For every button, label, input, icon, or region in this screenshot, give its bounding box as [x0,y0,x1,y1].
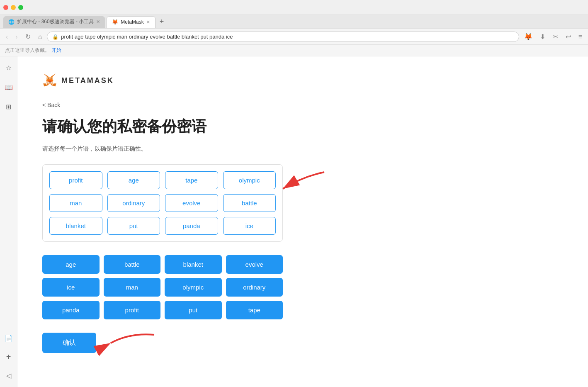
tab-mm-close[interactable]: ✕ [146,19,150,25]
selected-word-2[interactable]: age [107,171,160,189]
main-content: 🦊 METAMASK < Back 请确认您的私密备份密语 请选择每一个片语，以… [17,56,588,387]
metamask-header: 🦊 METAMASK [42,73,563,88]
bookmark-bar-text: 点击这里导入收藏。 [5,47,50,54]
tab-ext-label: 扩展中心 - 360极速浏览器 - 小工具 [17,18,94,25]
selected-word-3[interactable]: tape [165,171,218,189]
titlebar [0,0,588,15]
word-btn-evolve[interactable]: evolve [226,255,283,274]
home-button[interactable]: ⌂ [36,32,45,42]
tab-mm[interactable]: 🦊 MetaMask ✕ [107,16,155,28]
svg-marker-7 [51,84,52,86]
metamask-logo: 🦊 [42,73,57,88]
word-btn-put[interactable]: put [165,301,222,319]
word-btn-blanket[interactable]: blanket [165,255,222,274]
download-button[interactable]: ⬇ [537,31,548,42]
selected-word-1[interactable]: profit [49,171,102,189]
selected-word-6[interactable]: ordinary [107,194,160,212]
word-btn-olympic[interactable]: olympic [165,278,222,297]
word-pool-grid: age battle blanket evolve ice man olympi… [42,255,283,319]
arrow-down-indicator [104,329,158,353]
sidebar: ☆ 📖 ⊞ 📄 + ◁ [0,56,17,387]
layout: ☆ 📖 ⊞ 📄 + ◁ 🦊 METAMASK [0,56,588,387]
minimize-button[interactable] [11,5,16,10]
tab-bar: 🌐 扩展中心 - 360极速浏览器 - 小工具 ✕ 🦊 MetaMask ✕ + [0,15,588,29]
sidebar-add-icon[interactable]: + [4,350,14,364]
svg-text:🦊: 🦊 [47,78,53,84]
address-text: profit age tape olympic man ordinary evo… [61,34,513,40]
new-tab-button[interactable]: + [157,17,167,26]
metamask-title: METAMASK [61,76,114,85]
back-link[interactable]: < Back [42,102,60,108]
selected-word-12[interactable]: ice [223,217,276,235]
close-button[interactable] [3,5,8,10]
page-desc: 请选择每一个片语，以确保片语正确性。 [42,145,563,153]
confirm-container: 确认 [42,333,96,353]
back-nav-button[interactable]: ‹ [3,32,10,42]
selected-word-8[interactable]: battle [223,194,276,212]
scissors-button[interactable]: ✂ [550,31,561,42]
sidebar-grid-icon[interactable]: ⊞ [3,100,14,113]
nav-bar: ‹ › ↻ ⌂ 🔒 profit age tape olympic man or… [0,29,588,45]
maximize-button[interactable] [18,5,23,10]
sidebar-book-icon[interactable]: 📖 [2,81,15,94]
page-title: 请确认您的私密备份密语 [42,117,563,137]
word-btn-ice[interactable]: ice [42,278,100,297]
svg-marker-2 [53,83,56,86]
selected-word-10[interactable]: put [107,217,160,235]
word-btn-profit[interactable]: profit [104,301,161,319]
sidebar-star-icon[interactable]: ☆ [3,61,14,74]
word-btn-man[interactable]: man [104,278,161,297]
svg-marker-3 [44,83,47,86]
tab-ext-close[interactable]: ✕ [96,19,100,24]
word-btn-tape[interactable]: tape [226,301,283,319]
svg-marker-6 [47,84,49,86]
security-icon: 🔒 [52,34,58,40]
selected-word-4[interactable]: olympic [223,171,276,189]
selected-words-grid: profit age tape olympic man ordinary evo… [42,164,283,242]
tab-mm-label: MetaMask [121,19,143,25]
word-btn-ordinary[interactable]: ordinary [226,278,283,297]
selected-word-11[interactable]: panda [165,217,218,235]
bookmark-start-link[interactable]: 开始 [51,47,61,54]
sidebar-doc-icon[interactable]: 📄 [2,332,15,345]
undo-button[interactable]: ↩ [563,31,573,42]
refresh-button[interactable]: ↻ [23,31,33,42]
tab-mm-favicon: 🦊 [112,19,118,25]
address-bar[interactable]: 🔒 profit age tape olympic man ordinary e… [47,32,519,42]
selected-word-7[interactable]: evolve [165,194,218,212]
mm-action-icon[interactable]: 🦊 [522,31,535,42]
confirm-button[interactable]: 确认 [42,333,96,353]
word-btn-battle[interactable]: battle [104,255,161,274]
tab-ext-favicon: 🌐 [8,19,15,25]
word-btn-panda[interactable]: panda [42,301,100,319]
menu-button[interactable]: ≡ [576,32,585,42]
sidebar-collapse-icon[interactable]: ◁ [4,369,14,382]
bookmark-bar: 点击这里导入收藏。 开始 [0,45,588,56]
forward-nav-button[interactable]: › [13,32,20,42]
window-controls [3,5,23,10]
selected-word-5[interactable]: man [49,194,102,212]
arrow-right-indicator [270,164,333,205]
word-btn-age[interactable]: age [42,255,100,274]
selected-word-9[interactable]: blanket [49,217,102,235]
tab-ext[interactable]: 🌐 扩展中心 - 360极速浏览器 - 小工具 ✕ [3,16,105,28]
